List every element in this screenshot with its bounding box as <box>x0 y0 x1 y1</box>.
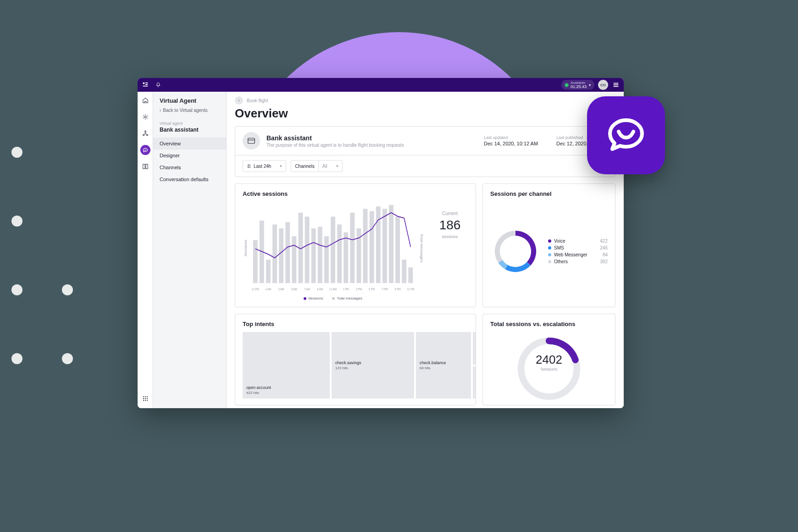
legend-dot-icon <box>548 260 551 263</box>
intent-name: check.savings <box>335 360 410 365</box>
page-title: Overview <box>235 106 615 121</box>
svg-point-17 <box>143 400 144 401</box>
rail-docs[interactable] <box>140 161 150 172</box>
svg-point-11 <box>143 396 144 397</box>
user-avatar[interactable]: CO <box>598 80 608 90</box>
side-item-channels[interactable]: Channels <box>153 161 226 173</box>
chart-legend: Sessions Total messages <box>243 296 423 300</box>
panel-toggle-icon[interactable] <box>612 81 620 89</box>
svg-rect-34 <box>337 224 342 283</box>
rail-flows[interactable] <box>140 128 150 139</box>
svg-text:1 PM: 1 PM <box>343 288 349 291</box>
intent-tile[interactable]: faq.accounts46 hits <box>473 332 476 365</box>
svg-rect-31 <box>318 227 322 283</box>
legend-total: Total messages <box>337 296 362 300</box>
escalations-value: 2402 <box>512 353 586 367</box>
card-sessions-per-channel: Sessions per channel Voice422SMS245Web M… <box>482 183 615 307</box>
svg-rect-6 <box>614 86 619 87</box>
active-sessions-chart: 11 PM1 AM3 AM5 AM7 AM9 AM11 AM1 PM3 PM5 … <box>243 202 423 294</box>
svg-rect-29 <box>305 216 310 283</box>
legend-dot-icon <box>548 246 551 249</box>
rail-virtual-agent[interactable] <box>140 145 150 155</box>
side-item-designer[interactable]: Designer <box>153 150 226 161</box>
card-top-intents: Top intents open.account422 hitscheck.sa… <box>235 314 476 405</box>
app-window: Available 01:25:43 ▾ CO Virtual Agent <box>138 78 624 408</box>
legend-value: 245 <box>600 245 608 250</box>
app-logo-icon[interactable] <box>141 81 150 89</box>
side-item-label: Overview <box>160 141 181 146</box>
side-item-conversation-defaults[interactable]: Conversation defaults <box>153 173 226 185</box>
svg-rect-23 <box>266 260 271 283</box>
channels-selector[interactable]: Channels All▾ <box>291 160 342 172</box>
breadcrumb-item[interactable]: Book flight <box>247 98 268 103</box>
rail-apps[interactable] <box>140 393 150 404</box>
side-heading: Virtual Agent <box>160 97 220 104</box>
escalations-sub: Sessions <box>512 367 586 371</box>
sessions-per-channel-chart <box>490 226 541 277</box>
last-updated-label: Last updated <box>484 135 538 140</box>
intent-tile[interactable]: open.account422 hits <box>243 332 330 399</box>
side-item-overview[interactable]: Overview <box>153 138 226 150</box>
breadcrumb: ‹ Book flight <box>227 92 624 105</box>
svg-text:5 AM: 5 AM <box>291 288 297 291</box>
svg-text:11 AM: 11 AM <box>329 288 337 291</box>
breadcrumb-back-button[interactable]: ‹ <box>235 96 243 105</box>
legend-value: 84 <box>603 252 608 257</box>
intent-name: check.balance <box>420 360 467 365</box>
titlebar: Available 01:25:43 ▾ CO <box>138 78 624 92</box>
current-value: 186 <box>432 218 468 233</box>
legend-name: SMS <box>554 245 597 250</box>
back-link[interactable]: ‹ Back to Virtual agents <box>160 108 220 113</box>
svg-rect-44 <box>402 260 406 283</box>
bell-icon[interactable] <box>154 81 162 89</box>
svg-point-9 <box>143 134 144 136</box>
intent-tile[interactable]: check.savings123 hits <box>332 332 414 399</box>
svg-text:3 PM: 3 PM <box>356 288 362 291</box>
card-title: Total sessions vs. escalations <box>490 321 608 327</box>
agent-name: Bank assistant <box>266 134 404 142</box>
intent-tile[interactable]: check.balance60 hits <box>416 332 471 399</box>
legend-row: SMS245 <box>548 245 608 250</box>
rail-settings[interactable] <box>140 112 150 122</box>
svg-rect-21 <box>253 240 258 283</box>
legend-row: Others392 <box>548 259 608 264</box>
svg-rect-25 <box>279 228 283 283</box>
intent-tile[interactable]: special.requests39 hits <box>473 366 476 399</box>
card-escalations: Total sessions vs. escalations 2402 Sess… <box>482 314 615 405</box>
nav-rail <box>138 92 153 408</box>
avatar-initials: CO <box>600 83 606 87</box>
svg-rect-32 <box>324 236 329 283</box>
svg-text:1 AM: 1 AM <box>266 288 272 291</box>
svg-point-10 <box>146 134 148 136</box>
svg-rect-45 <box>408 267 413 283</box>
svg-rect-3 <box>143 86 148 87</box>
card-title: Top intents <box>243 321 468 327</box>
side-agent-name: Bank assistant <box>160 127 220 133</box>
svg-rect-20 <box>248 138 255 143</box>
channel-legend: Voice422SMS245Web Messenger84Others392 <box>548 237 608 266</box>
svg-text:Sessions: Sessions <box>244 240 248 256</box>
time-range-value: Last 24h <box>254 164 271 169</box>
svg-rect-1 <box>145 83 148 83</box>
svg-rect-41 <box>382 209 387 283</box>
chevron-down-icon: ▾ <box>336 164 338 168</box>
availability-status[interactable]: Available 01:25:43 ▾ <box>561 80 594 90</box>
content-area: ‹ Book flight Overview Bank assistant Th… <box>227 92 624 408</box>
card-title: Sessions per channel <box>490 190 608 197</box>
legend-name: Voice <box>554 238 597 244</box>
legend-row: Voice422 <box>548 238 608 244</box>
svg-point-16 <box>146 398 147 399</box>
svg-rect-36 <box>350 213 355 283</box>
time-range-selector[interactable]: 🗓Last 24h▾ <box>243 160 286 172</box>
svg-text:5 PM: 5 PM <box>369 288 375 291</box>
rail-home[interactable] <box>140 95 150 105</box>
svg-text:11 PM: 11 PM <box>407 288 414 291</box>
agent-card-icon <box>243 132 260 150</box>
side-item-label: Conversation defaults <box>160 177 208 182</box>
current-label: Current <box>432 211 468 216</box>
legend-sessions: Sessions <box>308 296 323 300</box>
top-intents-treemap: open.account422 hitscheck.savings123 hit… <box>243 332 468 399</box>
svg-point-14 <box>143 398 144 399</box>
svg-rect-43 <box>395 216 400 283</box>
current-sub: sessions <box>432 234 468 239</box>
